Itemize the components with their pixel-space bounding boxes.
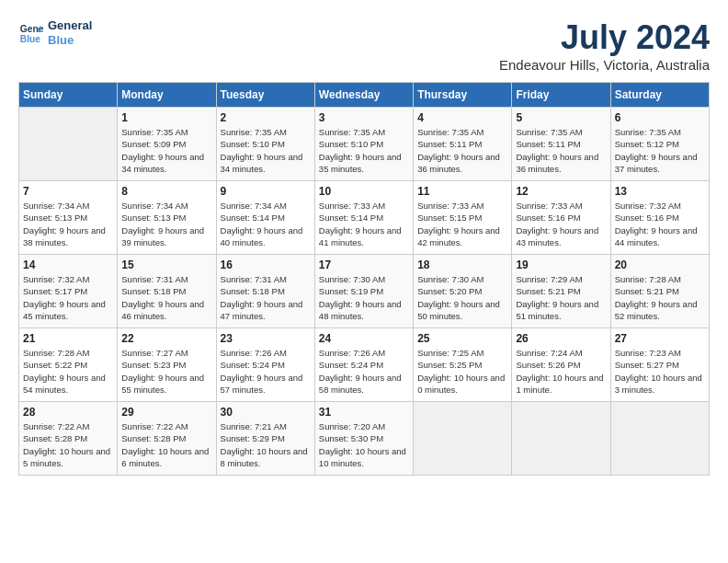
day-info: Sunrise: 7:32 AMSunset: 5:16 PMDaylight:… — [615, 200, 705, 248]
day-number: 28 — [23, 406, 113, 419]
day-number: 5 — [516, 111, 606, 124]
calendar-cell: 2Sunrise: 7:35 AMSunset: 5:10 PMDaylight… — [216, 108, 314, 181]
day-number: 11 — [417, 185, 507, 198]
week-row-1: 1Sunrise: 7:35 AMSunset: 5:09 PMDaylight… — [19, 108, 710, 181]
week-row-3: 14Sunrise: 7:32 AMSunset: 5:17 PMDayligh… — [19, 255, 710, 328]
day-number: 16 — [221, 259, 311, 271]
calendar-cell: 23Sunrise: 7:26 AMSunset: 5:24 PMDayligh… — [216, 328, 314, 402]
calendar-cell: 22Sunrise: 7:27 AMSunset: 5:23 PMDayligh… — [118, 328, 216, 402]
day-info: Sunrise: 7:24 AMSunset: 5:26 PMDaylight:… — [516, 347, 606, 396]
day-info: Sunrise: 7:26 AMSunset: 5:24 PMDaylight:… — [221, 347, 311, 396]
day-number: 8 — [121, 185, 211, 198]
day-info: Sunrise: 7:31 AMSunset: 5:18 PMDaylight:… — [221, 273, 311, 322]
day-number: 31 — [319, 406, 409, 419]
day-number: 20 — [615, 259, 705, 271]
calendar-cell — [610, 402, 709, 476]
day-number: 1 — [121, 111, 211, 124]
logo-line2: Blue — [48, 33, 92, 48]
day-number: 15 — [121, 259, 211, 271]
day-number: 22 — [121, 332, 211, 345]
week-row-2: 7Sunrise: 7:34 AMSunset: 5:13 PMDaylight… — [19, 181, 710, 255]
calendar-cell: 28Sunrise: 7:22 AMSunset: 5:28 PMDayligh… — [19, 402, 118, 476]
day-info: Sunrise: 7:35 AMSunset: 5:10 PMDaylight:… — [221, 126, 311, 175]
header-row: SundayMondayTuesdayWednesdayThursdayFrid… — [19, 83, 710, 108]
day-info: Sunrise: 7:21 AMSunset: 5:29 PMDaylight:… — [221, 420, 311, 469]
calendar-cell: 15Sunrise: 7:31 AMSunset: 5:18 PMDayligh… — [118, 255, 216, 328]
calendar-cell: 25Sunrise: 7:25 AMSunset: 5:25 PMDayligh… — [414, 328, 512, 402]
day-info: Sunrise: 7:31 AMSunset: 5:18 PMDaylight:… — [121, 273, 211, 322]
day-number: 27 — [615, 332, 705, 345]
day-info: Sunrise: 7:28 AMSunset: 5:22 PMDaylight:… — [23, 347, 113, 396]
calendar-cell: 19Sunrise: 7:29 AMSunset: 5:21 PMDayligh… — [512, 255, 610, 328]
calendar-cell: 4Sunrise: 7:35 AMSunset: 5:11 PMDaylight… — [414, 108, 512, 181]
header-thursday: Thursday — [414, 83, 512, 108]
day-number: 4 — [417, 111, 507, 124]
day-info: Sunrise: 7:35 AMSunset: 5:11 PMDaylight:… — [516, 126, 606, 175]
title-block: July 2024 Endeavour Hills, Victoria, Aus… — [499, 18, 710, 73]
day-info: Sunrise: 7:28 AMSunset: 5:21 PMDaylight:… — [615, 273, 705, 322]
calendar-cell: 10Sunrise: 7:33 AMSunset: 5:14 PMDayligh… — [314, 181, 413, 255]
week-row-5: 28Sunrise: 7:22 AMSunset: 5:28 PMDayligh… — [19, 402, 710, 476]
logo: General Blue General Blue — [18, 18, 92, 47]
day-number: 23 — [221, 332, 311, 345]
day-number: 29 — [121, 406, 211, 419]
calendar-cell: 21Sunrise: 7:28 AMSunset: 5:22 PMDayligh… — [19, 328, 118, 402]
calendar-cell: 17Sunrise: 7:30 AMSunset: 5:19 PMDayligh… — [314, 255, 413, 328]
calendar-cell: 9Sunrise: 7:34 AMSunset: 5:14 PMDaylight… — [216, 181, 314, 255]
day-number: 9 — [221, 185, 311, 198]
calendar-cell: 12Sunrise: 7:33 AMSunset: 5:16 PMDayligh… — [512, 181, 610, 255]
week-row-4: 21Sunrise: 7:28 AMSunset: 5:22 PMDayligh… — [19, 328, 710, 402]
day-info: Sunrise: 7:27 AMSunset: 5:23 PMDaylight:… — [121, 347, 211, 396]
day-info: Sunrise: 7:33 AMSunset: 5:16 PMDaylight:… — [516, 200, 606, 248]
day-info: Sunrise: 7:34 AMSunset: 5:14 PMDaylight:… — [221, 200, 311, 248]
day-info: Sunrise: 7:34 AMSunset: 5:13 PMDaylight:… — [23, 200, 113, 248]
calendar-cell: 3Sunrise: 7:35 AMSunset: 5:10 PMDaylight… — [314, 108, 413, 181]
main-title: July 2024 — [499, 18, 710, 57]
calendar-cell: 24Sunrise: 7:26 AMSunset: 5:24 PMDayligh… — [314, 328, 413, 402]
day-number: 12 — [516, 185, 606, 198]
day-number: 3 — [319, 111, 409, 124]
day-info: Sunrise: 7:32 AMSunset: 5:17 PMDaylight:… — [23, 273, 113, 322]
calendar-cell: 5Sunrise: 7:35 AMSunset: 5:11 PMDaylight… — [512, 108, 610, 181]
calendar-cell: 14Sunrise: 7:32 AMSunset: 5:17 PMDayligh… — [19, 255, 118, 328]
day-info: Sunrise: 7:20 AMSunset: 5:30 PMDaylight:… — [319, 420, 409, 469]
day-info: Sunrise: 7:22 AMSunset: 5:28 PMDaylight:… — [121, 420, 211, 469]
calendar-cell: 13Sunrise: 7:32 AMSunset: 5:16 PMDayligh… — [610, 181, 709, 255]
day-number: 13 — [615, 185, 705, 198]
calendar-cell: 20Sunrise: 7:28 AMSunset: 5:21 PMDayligh… — [610, 255, 709, 328]
day-number: 19 — [516, 259, 606, 271]
subtitle: Endeavour Hills, Victoria, Australia — [499, 57, 710, 73]
day-number: 21 — [23, 332, 113, 345]
svg-text:General: General — [20, 24, 44, 34]
day-info: Sunrise: 7:35 AMSunset: 5:11 PMDaylight:… — [417, 126, 507, 175]
header-saturday: Saturday — [610, 83, 709, 108]
calendar-cell — [19, 108, 118, 181]
day-number: 10 — [319, 185, 409, 198]
day-number: 17 — [319, 259, 409, 271]
calendar-cell: 7Sunrise: 7:34 AMSunset: 5:13 PMDaylight… — [19, 181, 118, 255]
calendar-cell: 26Sunrise: 7:24 AMSunset: 5:26 PMDayligh… — [512, 328, 610, 402]
calendar-cell: 31Sunrise: 7:20 AMSunset: 5:30 PMDayligh… — [314, 402, 413, 476]
header-tuesday: Tuesday — [216, 83, 314, 108]
day-info: Sunrise: 7:34 AMSunset: 5:13 PMDaylight:… — [121, 200, 211, 248]
day-info: Sunrise: 7:30 AMSunset: 5:20 PMDaylight:… — [417, 273, 507, 322]
calendar-cell: 18Sunrise: 7:30 AMSunset: 5:20 PMDayligh… — [414, 255, 512, 328]
day-number: 2 — [221, 111, 311, 124]
day-info: Sunrise: 7:35 AMSunset: 5:12 PMDaylight:… — [615, 126, 705, 175]
calendar-cell: 8Sunrise: 7:34 AMSunset: 5:13 PMDaylight… — [118, 181, 216, 255]
calendar-cell: 6Sunrise: 7:35 AMSunset: 5:12 PMDaylight… — [610, 108, 709, 181]
day-number: 26 — [516, 332, 606, 345]
calendar-cell: 1Sunrise: 7:35 AMSunset: 5:09 PMDaylight… — [118, 108, 216, 181]
calendar-cell: 30Sunrise: 7:21 AMSunset: 5:29 PMDayligh… — [216, 402, 314, 476]
day-number: 25 — [417, 332, 507, 345]
header-friday: Friday — [512, 83, 610, 108]
day-number: 14 — [23, 259, 113, 271]
calendar-cell: 27Sunrise: 7:23 AMSunset: 5:27 PMDayligh… — [610, 328, 709, 402]
day-number: 30 — [221, 406, 311, 419]
day-info: Sunrise: 7:29 AMSunset: 5:21 PMDaylight:… — [516, 273, 606, 322]
header-monday: Monday — [118, 83, 216, 108]
calendar-cell — [512, 402, 610, 476]
logo-icon: General Blue — [18, 20, 44, 46]
day-number: 6 — [615, 111, 705, 124]
day-info: Sunrise: 7:33 AMSunset: 5:14 PMDaylight:… — [319, 200, 409, 248]
